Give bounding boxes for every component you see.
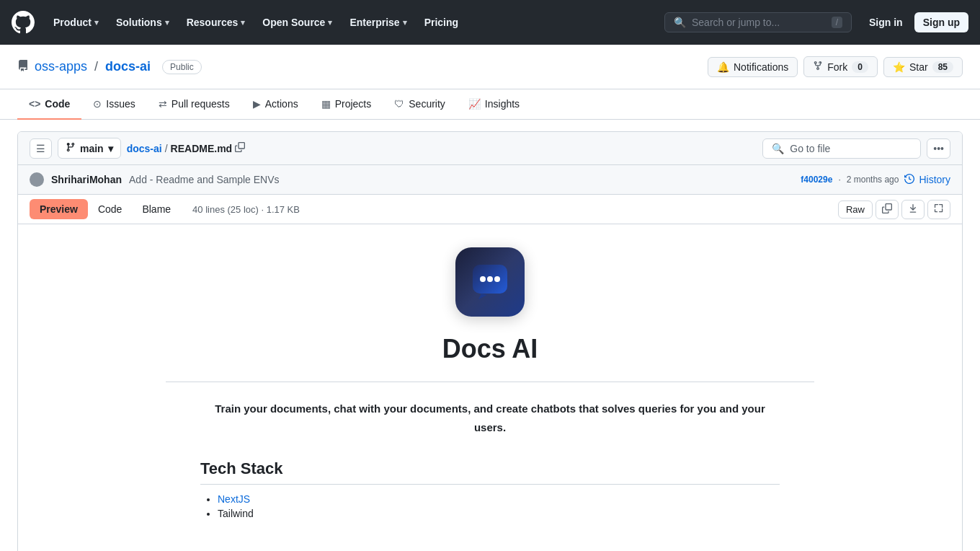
expand-button[interactable] [927, 200, 950, 219]
page-wrapper: Product ▾ Solutions ▾ Resources ▾ Open S… [0, 0, 980, 551]
top-nav-actions: Sign in Sign up [863, 12, 968, 32]
insights-icon: 📈 [468, 98, 481, 110]
top-nav: Product ▾ Solutions ▾ Resources ▾ Open S… [0, 0, 980, 45]
nav-open-source[interactable]: Open Source ▾ [255, 11, 339, 34]
star-button[interactable]: ⭐ Star 85 [883, 57, 963, 77]
nextjs-link[interactable]: NextJS [218, 493, 250, 505]
blame-tab[interactable]: Blame [132, 199, 181, 219]
star-count: 85 [932, 61, 953, 73]
code-icon: <> [29, 98, 40, 110]
download-button[interactable] [901, 200, 925, 219]
svg-point-2 [480, 276, 486, 282]
history-button[interactable]: History [904, 174, 950, 186]
repo-visibility-badge: Public [162, 60, 202, 74]
code-tab[interactable]: Code [88, 199, 132, 219]
tab-issues[interactable]: ⊙ Issues [81, 89, 146, 120]
repo-header: oss-apps / docs-ai Public 🔔 Notification… [0, 45, 980, 89]
git-branch-icon [66, 142, 76, 154]
fork-button[interactable]: Fork 0 [803, 56, 878, 77]
breadcrumb: docs-ai / README.md [127, 142, 245, 154]
chevron-down-icon: ▾ [94, 18, 99, 27]
signup-button[interactable]: Sign up [914, 12, 968, 32]
commit-author[interactable]: ShrihariMohan [51, 174, 122, 185]
tab-projects[interactable]: ▦ Projects [310, 89, 383, 120]
chevron-down-icon: ▾ [403, 18, 407, 27]
svg-point-3 [487, 276, 493, 282]
github-logo[interactable] [12, 11, 35, 34]
commit-meta: f40029e · 2 months ago History [801, 174, 950, 186]
raw-button[interactable]: Raw [838, 200, 873, 219]
list-item: NextJS [218, 493, 780, 505]
commit-row: ShrihariMohan Add - Readme and Sample EN… [18, 165, 962, 195]
search-icon: 🔍 [674, 17, 686, 28]
branch-selector[interactable]: main ▾ [58, 138, 121, 159]
view-tabs: Preview Code Blame [30, 199, 181, 219]
actions-icon: ▶ [253, 98, 261, 110]
repo-separator: / [94, 59, 98, 74]
nav-solutions[interactable]: Solutions ▾ [109, 11, 177, 34]
signin-button[interactable]: Sign in [863, 12, 909, 32]
nav-enterprise[interactable]: Enterprise ▾ [342, 11, 414, 34]
shield-icon: 🛡 [394, 98, 404, 110]
repo-name[interactable]: docs-ai [105, 59, 151, 74]
search-icon: 🔍 [772, 143, 784, 154]
branch-chevron-icon: ▾ [108, 143, 113, 154]
breadcrumb-file: README.md [171, 143, 233, 154]
breadcrumb-repo-link[interactable]: docs-ai [127, 143, 162, 154]
tech-stack-list: NextJS Tailwind [200, 493, 780, 519]
tailwind-text: Tailwind [218, 508, 254, 519]
copy-raw-button[interactable] [876, 200, 899, 219]
nav-pricing[interactable]: Pricing [417, 11, 466, 34]
commit-separator: · [838, 175, 840, 185]
nav-product[interactable]: Product ▾ [46, 11, 106, 34]
bell-icon: 🔔 [717, 61, 729, 73]
projects-icon: ▦ [321, 98, 331, 110]
readme-divider [166, 382, 814, 382]
tab-insights[interactable]: 📈 Insights [457, 89, 531, 120]
fork-count: 0 [852, 61, 868, 73]
list-item: Tailwind [218, 508, 780, 519]
repo-owner[interactable]: oss-apps [35, 59, 87, 74]
commit-hash[interactable]: f40029e [801, 175, 832, 185]
chevron-down-icon: ▾ [241, 18, 245, 27]
repo-actions: 🔔 Notifications Fork 0 ⭐ Star 85 [708, 56, 963, 77]
file-actions-row: Preview Code Blame 40 lines (25 loc) · 1… [18, 195, 962, 224]
svg-point-4 [494, 276, 500, 282]
nav-resources[interactable]: Resources ▾ [179, 11, 253, 34]
pr-icon: ⇄ [159, 98, 167, 110]
chevron-down-icon: ▾ [328, 18, 332, 27]
more-options-button[interactable]: ••• [927, 138, 950, 159]
repo-content: ☰ main ▾ docs-ai / README.md 🔍 Go to fil… [17, 131, 963, 551]
tech-stack-title: Tech Stack [200, 459, 780, 485]
tab-actions[interactable]: ▶ Actions [241, 89, 310, 120]
search-shortcut: / [832, 17, 842, 28]
repo-icon [17, 60, 29, 74]
notifications-button[interactable]: 🔔 Notifications [708, 57, 798, 77]
chevron-down-icon: ▾ [165, 18, 169, 27]
tab-pull-requests[interactable]: ⇄ Pull requests [147, 89, 241, 120]
sidebar-icon: ☰ [36, 143, 45, 154]
goto-file-button[interactable]: 🔍 Go to file [762, 138, 921, 159]
fork-icon [813, 61, 823, 73]
app-icon [455, 247, 525, 317]
readme-description: Train your documents, chat with your doc… [200, 400, 780, 436]
search-bar[interactable]: 🔍 Search or jump to... / [664, 12, 852, 32]
preview-tab[interactable]: Preview [30, 199, 88, 219]
nav-items: Product ▾ Solutions ▾ Resources ▾ Open S… [46, 11, 466, 34]
file-info: 40 lines (25 loc) · 1.17 KB [192, 204, 300, 215]
readme-content: Docs AI Train your documents, chat with … [166, 224, 814, 551]
tab-code[interactable]: <> Code [17, 89, 81, 120]
tab-security[interactable]: 🛡 Security [383, 89, 457, 120]
repo-tabs: <> Code ⊙ Issues ⇄ Pull requests ▶ Actio… [0, 89, 980, 120]
star-icon: ⭐ [893, 61, 905, 73]
history-icon [904, 174, 914, 186]
commit-message: Add - Readme and Sample ENVs [129, 174, 280, 185]
svg-point-0 [34, 175, 40, 180]
app-title: Docs AI [200, 334, 780, 364]
repo-title: oss-apps / docs-ai Public [17, 59, 202, 74]
file-toolbar: ☰ main ▾ docs-ai / README.md 🔍 Go to fil… [18, 132, 962, 165]
issues-icon: ⊙ [93, 98, 102, 110]
breadcrumb-separator: / [165, 143, 168, 154]
copy-path-button[interactable] [235, 142, 245, 154]
sidebar-toggle-button[interactable]: ☰ [30, 138, 52, 159]
